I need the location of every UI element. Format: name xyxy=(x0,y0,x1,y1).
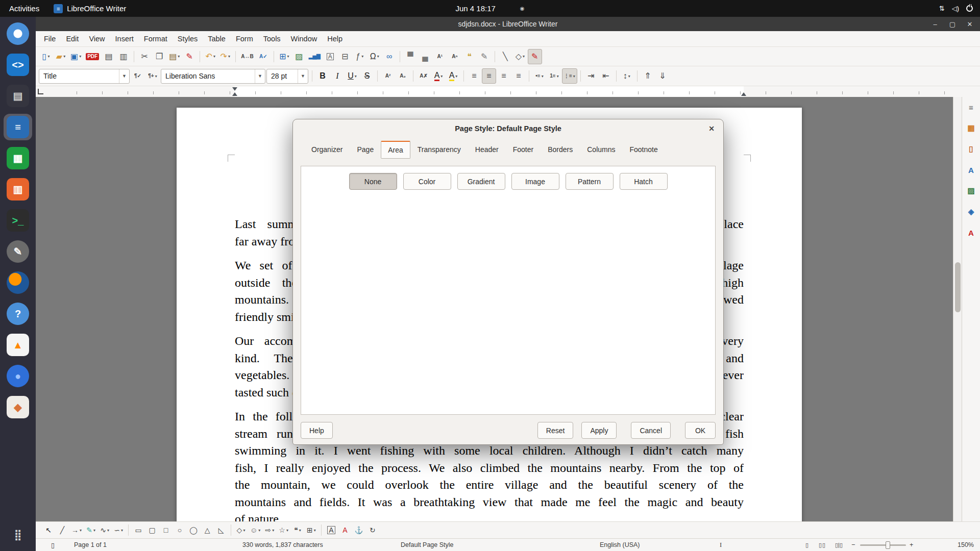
dropdown-arrow-icon[interactable]: ▾ xyxy=(628,74,630,79)
chevron-down-icon[interactable]: ▼ xyxy=(119,69,129,83)
menu-insert[interactable]: Insert xyxy=(110,33,139,44)
bullet-list-button[interactable]: •≡▾ xyxy=(532,68,547,84)
insert-textbox-button[interactable]: A xyxy=(323,49,337,64)
sidebar-settings-icon[interactable]: ≡ xyxy=(964,100,978,114)
stars-and-banners-button[interactable]: ☆▾ xyxy=(277,523,290,537)
dock-item-libreoffice-impress[interactable]: ▥ xyxy=(4,176,32,203)
zoom-slider[interactable] xyxy=(860,544,906,546)
dropdown-arrow-icon[interactable]: ▾ xyxy=(63,54,65,59)
single-page-view-icon[interactable]: ▯ xyxy=(805,539,808,551)
numbered-list-button[interactable]: 1≡▾ xyxy=(547,68,561,84)
print-preview-button[interactable]: ▥ xyxy=(116,49,131,64)
dropdown-arrow-icon[interactable]: ▾ xyxy=(542,74,544,79)
insert-line-button[interactable]: ╱ xyxy=(56,523,69,537)
dropdown-arrow-icon[interactable]: ▾ xyxy=(355,74,357,79)
dock-item-app-grid[interactable]: ⣿ xyxy=(4,521,32,548)
navigator-deck-icon[interactable]: ◈ xyxy=(964,205,978,219)
show-draw-functions-button[interactable]: ✎ xyxy=(528,49,542,64)
increase-paragraph-spacing-button[interactable]: ⇑ xyxy=(641,68,655,84)
clock[interactable]: Jun 4 18:17 xyxy=(455,4,495,13)
rotate-button[interactable]: ↻ xyxy=(366,523,379,537)
dialog-tab-transparency[interactable]: Transparency xyxy=(410,141,468,159)
font-color-button[interactable]: A▾ xyxy=(431,68,446,84)
dropdown-arrow-icon[interactable]: ▾ xyxy=(228,54,230,59)
dropdown-arrow-icon[interactable]: ▾ xyxy=(178,54,180,59)
reset-button[interactable]: Reset xyxy=(537,422,574,439)
dropdown-arrow-icon[interactable]: ▾ xyxy=(272,528,274,533)
dialog-tab-organizer[interactable]: Organizer xyxy=(304,141,350,159)
fill-hatch-button[interactable]: Hatch xyxy=(620,173,668,190)
menu-form[interactable]: Form xyxy=(231,33,258,44)
dock-item-terminal[interactable]: >_ xyxy=(4,207,32,234)
zoom-slider-thumb[interactable] xyxy=(886,541,890,549)
font-size-combobox[interactable]: 28 pt ▼ xyxy=(266,69,308,84)
print-button[interactable]: ▤ xyxy=(102,49,116,64)
dropdown-arrow-icon[interactable]: ▾ xyxy=(243,528,245,533)
right-triangle-button[interactable]: ◺ xyxy=(214,523,228,537)
increase-indent-button[interactable]: ⇥ xyxy=(584,68,598,84)
dialog-tab-borders[interactable]: Borders xyxy=(541,141,580,159)
insert-special-character-button[interactable]: Ω▾ xyxy=(368,49,382,64)
cut-button[interactable]: ✂ xyxy=(137,49,152,64)
track-changes-button[interactable]: ✎ xyxy=(477,49,492,64)
page-deck-icon[interactable]: ▯ xyxy=(964,142,978,156)
dropdown-arrow-icon[interactable]: ▾ xyxy=(573,74,575,79)
insert-hyperlink-button[interactable]: ∞ xyxy=(382,49,397,64)
dropdown-arrow-icon[interactable]: ▾ xyxy=(377,54,379,59)
cancel-button[interactable]: Cancel xyxy=(631,422,671,439)
strikethrough-button[interactable]: S xyxy=(360,68,374,84)
flowchart-shapes-button[interactable]: ⊞▾ xyxy=(305,523,318,537)
bold-button[interactable]: B xyxy=(315,68,330,84)
dropdown-arrow-icon[interactable]: ▾ xyxy=(440,74,443,79)
italic-button[interactable]: I xyxy=(330,68,345,84)
dropdown-arrow-icon[interactable]: ▾ xyxy=(286,528,288,533)
book-view-icon[interactable]: ▯|▯ xyxy=(835,539,843,551)
chevron-down-icon[interactable]: ▼ xyxy=(255,69,265,83)
underline-button[interactable]: U▾ xyxy=(345,68,359,84)
dock-item-chromium[interactable] xyxy=(4,20,32,47)
spelling-check-button[interactable]: A✓ xyxy=(256,49,271,64)
anchor-button[interactable]: ⚓ xyxy=(352,523,365,537)
find-replace-button[interactable]: A↔B xyxy=(239,49,255,64)
gallery-deck-icon[interactable]: ▨ xyxy=(964,184,978,198)
dialog-close-icon[interactable]: ✕ xyxy=(706,123,717,134)
page-count[interactable]: Page 1 of 1 xyxy=(74,539,107,551)
menu-table[interactable]: Table xyxy=(203,33,231,44)
fill-none-button[interactable]: None xyxy=(349,173,397,190)
properties-deck-icon[interactable]: ▦ xyxy=(964,121,978,135)
freeform-line-button[interactable]: ∽▾ xyxy=(112,523,125,537)
dock-item-firefox[interactable] xyxy=(4,269,32,296)
left-indent-marker[interactable] xyxy=(232,92,237,96)
insert-endnote-button[interactable]: Aⁿ xyxy=(448,49,462,64)
lines-and-arrows-button[interactable]: →▾ xyxy=(69,523,84,537)
line-spacing-button[interactable]: ↕▾ xyxy=(620,68,634,84)
rectangle-button[interactable]: ▭ xyxy=(132,523,145,537)
minimize-button[interactable]: – xyxy=(930,19,940,29)
dialog-titlebar[interactable]: Page Style: Default Page Style ✕ xyxy=(293,119,723,138)
dropdown-arrow-icon[interactable]: ▾ xyxy=(314,528,316,533)
dropdown-arrow-icon[interactable]: ▾ xyxy=(121,528,123,533)
fill-color-button[interactable]: Color xyxy=(403,173,451,190)
align-left-button[interactable]: ≡ xyxy=(467,68,481,84)
zoom-percent[interactable]: 150% xyxy=(958,539,974,551)
superscript-button[interactable]: A² xyxy=(381,68,395,84)
dropdown-arrow-icon[interactable]: ▾ xyxy=(299,528,301,533)
callouts-button[interactable]: ❝▾ xyxy=(291,523,304,537)
insert-footnote-button[interactable]: A¹ xyxy=(433,49,447,64)
dock-item-vlc[interactable]: ▲ xyxy=(4,332,32,358)
save-button[interactable]: ▣▾ xyxy=(68,49,83,64)
outline-list-button[interactable]: ⋮≡▾ xyxy=(562,68,577,84)
dropdown-arrow-icon[interactable]: ▾ xyxy=(523,54,525,59)
dialog-tab-page[interactable]: Page xyxy=(350,141,381,159)
fill-gradient-button[interactable]: Gradient xyxy=(457,173,505,190)
symbol-shapes-button[interactable]: ☺▾ xyxy=(248,523,262,537)
first-line-indent-marker[interactable] xyxy=(232,87,237,91)
close-button[interactable]: ✕ xyxy=(965,19,975,29)
align-center-button[interactable]: ≡ xyxy=(482,68,496,84)
dock-item-libreoffice-calc[interactable]: ▦ xyxy=(4,145,32,171)
apply-button[interactable]: Apply xyxy=(581,422,617,439)
dock-item-software-center[interactable]: ◆ xyxy=(4,394,32,420)
menu-help[interactable]: Help xyxy=(322,33,348,44)
insert-field-button[interactable]: ƒ▾ xyxy=(353,49,367,64)
subscript-button[interactable]: A₂ xyxy=(396,68,410,84)
